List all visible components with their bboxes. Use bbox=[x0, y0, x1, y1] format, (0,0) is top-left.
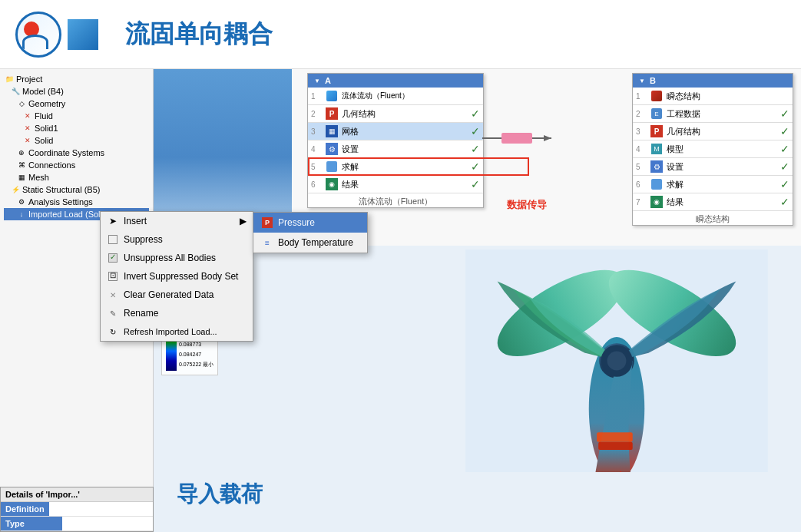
solve-b-icon bbox=[650, 177, 664, 191]
insert-icon: ➤ bbox=[107, 215, 119, 227]
tree-model[interactable]: 🔧 Model (B4) bbox=[4, 85, 149, 97]
refresh-icon: ↻ bbox=[107, 325, 119, 338]
type-label: Type bbox=[1, 517, 62, 530]
tree-mesh[interactable]: ▦ Mesh bbox=[4, 171, 149, 183]
svg-marker-1 bbox=[544, 135, 551, 141]
table-a-row-6[interactable]: 6 ◉ 结果 ✓ bbox=[308, 176, 483, 193]
tree-solid[interactable]: ✕ Solid bbox=[4, 134, 149, 147]
table-b-row-5[interactable]: 5 ⚙ 设置 ✓ bbox=[633, 158, 793, 176]
model-b-icon: M bbox=[650, 142, 664, 156]
triangle-icon: ▼ bbox=[314, 78, 320, 84]
type-value[interactable] bbox=[62, 517, 153, 530]
table-b: ▼ B 1 瞬态结构 2 E 工程数据 ✓ bbox=[632, 73, 793, 226]
structural-icon: ⚡ bbox=[10, 184, 21, 195]
coord-icon: ⊕ bbox=[16, 147, 27, 158]
transient-icon bbox=[650, 89, 664, 103]
result-b-icon: ◉ bbox=[650, 195, 664, 209]
propeller-svg: 导入压力载荷 bbox=[455, 249, 778, 472]
table-a-row-3[interactable]: 3 ▦ 网格 ✓ bbox=[308, 123, 483, 140]
details-panel: Details of 'Impor...' Definition Type bbox=[0, 487, 154, 532]
definition-section-label: Definition bbox=[1, 502, 49, 516]
details-definition-row: Definition bbox=[1, 502, 153, 517]
unsuppress-icon: ✓ bbox=[107, 252, 119, 264]
mesh-icon: ▦ bbox=[16, 172, 27, 183]
rename-icon: ✎ bbox=[107, 307, 119, 319]
temperature-icon: ≡ bbox=[261, 236, 273, 249]
table-b-row-3[interactable]: 3 P 几何结构 ✓ bbox=[633, 123, 793, 140]
result-wb-icon: ◉ bbox=[325, 177, 339, 191]
triangle-b-icon: ▼ bbox=[639, 78, 645, 84]
solve-wb-icon bbox=[325, 160, 339, 173]
table-b-row-4[interactable]: 4 M 模型 ✓ bbox=[633, 140, 793, 158]
table-a-row-2[interactable]: 2 P 几何结构 ✓ bbox=[308, 105, 483, 123]
tree-geometry[interactable]: ◇ Geometry bbox=[4, 97, 149, 110]
table-a-caption: 流体流动（Fluent） bbox=[308, 196, 483, 207]
table-b-row-2[interactable]: 2 E 工程数据 ✓ bbox=[633, 105, 793, 123]
table-b-header: ▼ B bbox=[633, 74, 793, 88]
suppress-icon bbox=[107, 233, 119, 246]
table-a: ▼ A 1 流体流动（Fluent） 2 P 几何结构 ✓ 3 bbox=[307, 73, 484, 208]
pressure-icon: P bbox=[261, 216, 273, 229]
main-content: 📁 Project 🔧 Model (B4) ◇ Geometry ✕ Flui… bbox=[0, 69, 801, 532]
geometry-p-icon: P bbox=[325, 107, 339, 121]
connections-icon: ⌘ bbox=[16, 160, 27, 170]
tree-project[interactable]: 📁 Project bbox=[4, 73, 149, 85]
table-b-caption: 瞬态结构 bbox=[633, 213, 793, 225]
x-icon-fluid: ✕ bbox=[22, 111, 33, 121]
logo-box bbox=[68, 19, 98, 50]
menu-clear-generated[interactable]: ✕ Clear Generated Data bbox=[101, 286, 253, 304]
tree-connections[interactable]: ⌘ Connections bbox=[4, 159, 149, 171]
x-icon-solid: ✕ bbox=[22, 135, 33, 146]
table-a-header: ▼ A bbox=[308, 74, 483, 88]
submenu-body-temperature[interactable]: ≡ Body Temperature bbox=[253, 233, 367, 253]
table-a-row-5[interactable]: 5 求解 ✓ bbox=[308, 158, 483, 176]
svg-rect-9 bbox=[598, 442, 633, 450]
header: 流固单向耦合 bbox=[0, 0, 801, 69]
svg-point-11 bbox=[607, 352, 627, 371]
svg-rect-8 bbox=[597, 432, 633, 441]
details-type-row: Type bbox=[1, 517, 153, 531]
table-b-row-1[interactable]: 1 瞬态结构 bbox=[633, 88, 793, 105]
svg-rect-2 bbox=[501, 133, 532, 144]
menu-refresh[interactable]: ↻ Refresh Imported Load... bbox=[101, 322, 253, 341]
insert-submenu: P Pressure ≡ Body Temperature bbox=[253, 212, 368, 253]
settings-b-icon: ⚙ bbox=[650, 160, 664, 173]
mesh-wb-icon: ▦ bbox=[325, 124, 339, 138]
settings-icon: ⚙ bbox=[16, 197, 27, 207]
menu-invert-suppressed[interactable]: ⊡ Invert Suppressed Body Set bbox=[101, 267, 253, 286]
menu-insert[interactable]: ➤ Insert ▶ P Pressure ≡ Body bbox=[101, 212, 253, 230]
logo-area bbox=[15, 12, 98, 58]
x-icon-solid1: ✕ bbox=[22, 123, 33, 134]
tree-analysis-settings[interactable]: ⚙ Analysis Settings bbox=[4, 196, 149, 208]
imported-icon: ↓ bbox=[16, 209, 27, 220]
model-icon: 🔧 bbox=[10, 86, 21, 97]
table-b-row-7[interactable]: 7 ◉ 结果 ✓ bbox=[633, 193, 793, 211]
submenu-pressure[interactable]: P Pressure bbox=[253, 213, 367, 233]
menu-unsuppress[interactable]: ✓ Unsuppress All Bodies bbox=[101, 249, 253, 267]
menu-suppress[interactable]: Suppress bbox=[101, 230, 253, 249]
tree-coordinate[interactable]: ⊕ Coordinate Systems bbox=[4, 147, 149, 159]
data-transfer-label: 数据传导 bbox=[507, 198, 547, 212]
table-a-row-4[interactable]: 4 ⚙ 设置 ✓ bbox=[308, 140, 483, 158]
bottom-label: 导入载荷 bbox=[177, 480, 263, 509]
geometry-icon: ◇ bbox=[16, 98, 27, 109]
details-header: Details of 'Impor...' bbox=[1, 487, 153, 502]
tree-fluid[interactable]: ✕ Fluid bbox=[4, 110, 149, 122]
project-tree-panel: 📁 Project 🔧 Model (B4) ◇ Geometry ✕ Flui… bbox=[0, 69, 154, 532]
invert-icon: ⊡ bbox=[107, 270, 119, 283]
menu-rename[interactable]: ✎ Rename bbox=[101, 304, 253, 322]
table-a-row-1[interactable]: 1 流体流动（Fluent） bbox=[308, 88, 483, 105]
fluent-icon bbox=[325, 89, 339, 103]
tree-structural[interactable]: ⚡ Static Structural (B5) bbox=[4, 183, 149, 196]
folder-icon: 📁 bbox=[4, 74, 15, 84]
geom-b-icon: P bbox=[650, 124, 664, 138]
page-title: 流固单向耦合 bbox=[125, 18, 273, 51]
context-menu: ➤ Insert ▶ P Pressure ≡ Body bbox=[100, 211, 253, 342]
connection-svg bbox=[482, 131, 551, 154]
table-b-row-6[interactable]: 6 求解 ✓ bbox=[633, 176, 793, 193]
eng-data-icon: E bbox=[650, 107, 664, 121]
tree-solid1[interactable]: ✕ Solid1 bbox=[4, 122, 149, 134]
settings-wb-icon: ⚙ bbox=[325, 142, 339, 156]
submenu-arrow: ▶ bbox=[233, 216, 247, 226]
logo-icon bbox=[15, 12, 61, 58]
